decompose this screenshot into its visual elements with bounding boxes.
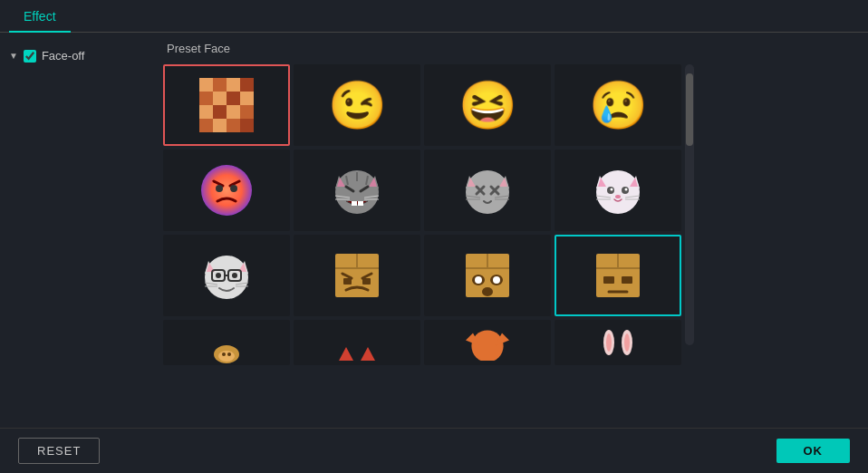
bottom-bar: RESET OK bbox=[0, 428, 868, 473]
svg-marker-103 bbox=[339, 347, 353, 361]
svg-rect-6 bbox=[227, 92, 240, 105]
svg-rect-97 bbox=[622, 276, 632, 284]
svg-point-37 bbox=[466, 170, 509, 214]
laugh-emoji: 😆 bbox=[458, 82, 517, 129]
svg-point-101 bbox=[222, 352, 226, 356]
preset-label: Preset Face bbox=[163, 42, 859, 55]
svg-point-57 bbox=[611, 188, 613, 191]
wink-emoji: 😉 bbox=[328, 82, 387, 129]
svg-rect-7 bbox=[240, 92, 254, 105]
sidebar: ▼ Face-off bbox=[0, 42, 154, 419]
face-grid-container: Preset Face bbox=[154, 42, 868, 419]
chevron-down-icon: ▼ bbox=[9, 51, 18, 61]
face-cell-devil-partial[interactable] bbox=[294, 320, 420, 365]
face-off-checkbox[interactable] bbox=[24, 50, 36, 63]
face-cell-fox-partial[interactable] bbox=[424, 320, 551, 365]
face-cell-angry-cat[interactable] bbox=[294, 150, 420, 231]
scrollbar-thumb[interactable] bbox=[686, 73, 693, 146]
svg-point-58 bbox=[625, 188, 628, 191]
tab-bar: Effect bbox=[0, 0, 868, 33]
svg-point-73 bbox=[232, 273, 237, 278]
scrollbar-track[interactable] bbox=[685, 64, 694, 345]
face-cell-cry[interactable]: 😢 bbox=[555, 64, 681, 146]
svg-rect-11 bbox=[240, 105, 254, 119]
face-cell-box2[interactable] bbox=[424, 235, 551, 316]
svg-rect-10 bbox=[227, 105, 240, 119]
svg-point-105 bbox=[471, 330, 503, 361]
face-cell-rabbit-partial[interactable] bbox=[555, 320, 681, 365]
svg-point-72 bbox=[216, 273, 221, 278]
svg-point-110 bbox=[606, 333, 612, 352]
svg-rect-2 bbox=[227, 78, 240, 92]
svg-rect-8 bbox=[199, 105, 213, 119]
svg-rect-3 bbox=[240, 78, 254, 92]
face-cell-angry-gradient[interactable] bbox=[163, 150, 290, 231]
main-content: ▼ Face-off Preset Face bbox=[0, 33, 868, 428]
svg-rect-96 bbox=[603, 276, 614, 284]
face-cell-cartoon-cat[interactable] bbox=[163, 235, 290, 316]
face-row-2 bbox=[163, 150, 681, 231]
svg-rect-12 bbox=[199, 119, 213, 132]
svg-marker-104 bbox=[361, 347, 375, 361]
face-grid-rows: 😉 😆 😢 bbox=[163, 64, 681, 365]
face-cell-wink[interactable]: 😉 bbox=[294, 64, 420, 146]
svg-point-20 bbox=[230, 185, 237, 192]
svg-rect-4 bbox=[199, 92, 213, 105]
face-cell-box1[interactable] bbox=[294, 235, 420, 316]
svg-rect-5 bbox=[213, 92, 227, 105]
face-cell-laugh[interactable]: 😆 bbox=[424, 64, 551, 146]
cry-emoji: 😢 bbox=[589, 82, 648, 129]
svg-point-102 bbox=[227, 352, 231, 356]
svg-rect-14 bbox=[227, 119, 240, 132]
svg-point-50 bbox=[596, 170, 640, 214]
grid-wrapper: 😉 😆 😢 bbox=[163, 64, 859, 365]
tab-effect[interactable]: Effect bbox=[9, 4, 71, 33]
svg-point-92 bbox=[482, 287, 493, 296]
face-cell-grey-cat[interactable] bbox=[424, 150, 551, 231]
face-row-3 bbox=[163, 235, 681, 316]
svg-point-90 bbox=[475, 276, 482, 284]
face-row-partial bbox=[163, 320, 681, 365]
svg-rect-15 bbox=[240, 119, 254, 132]
svg-rect-13 bbox=[213, 119, 227, 132]
face-cell-bear-partial[interactable] bbox=[163, 320, 290, 365]
face-row-1: 😉 😆 😢 bbox=[163, 64, 681, 146]
svg-point-16 bbox=[201, 165, 252, 216]
svg-point-91 bbox=[493, 276, 500, 284]
svg-rect-0 bbox=[199, 78, 213, 92]
face-cell-box3[interactable] bbox=[555, 235, 681, 316]
svg-point-59 bbox=[615, 195, 621, 198]
svg-rect-84 bbox=[362, 278, 371, 285]
svg-rect-31 bbox=[352, 201, 357, 206]
svg-rect-83 bbox=[343, 278, 352, 285]
svg-point-19 bbox=[216, 185, 223, 192]
face-off-label: Face-off bbox=[42, 49, 84, 63]
svg-rect-32 bbox=[358, 201, 363, 206]
reset-button[interactable]: RESET bbox=[18, 438, 100, 464]
svg-point-100 bbox=[218, 351, 235, 362]
ok-button[interactable]: OK bbox=[776, 439, 851, 463]
sidebar-item-face-off[interactable]: ▼ Face-off bbox=[9, 45, 145, 66]
svg-rect-9 bbox=[213, 105, 227, 119]
face-cell-mosaic[interactable] bbox=[163, 64, 290, 146]
svg-rect-1 bbox=[213, 78, 227, 92]
face-cell-pink-cat[interactable] bbox=[555, 150, 681, 231]
svg-point-111 bbox=[624, 333, 630, 352]
